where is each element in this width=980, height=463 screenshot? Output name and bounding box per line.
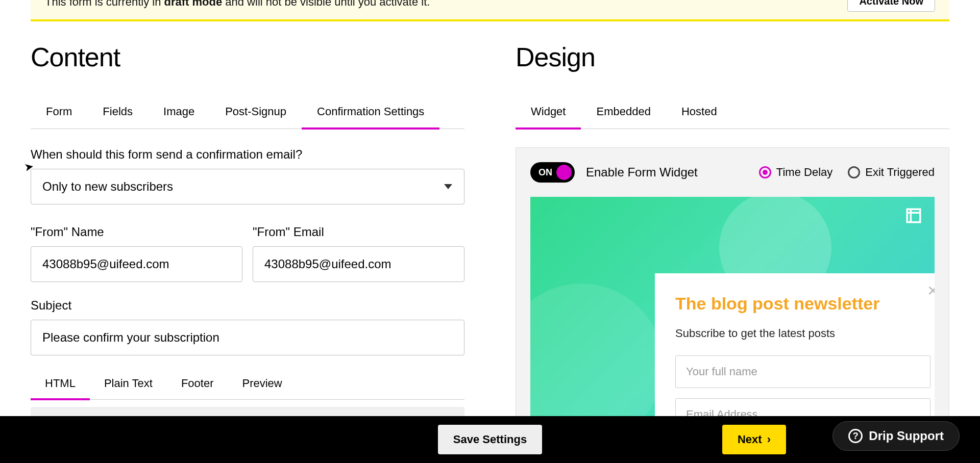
editor-tabs: HTML Plain Text Footer Preview bbox=[31, 370, 464, 400]
editor-area[interactable] bbox=[31, 407, 464, 417]
content-title: Content bbox=[31, 42, 464, 72]
subject-label: Subject bbox=[31, 298, 464, 313]
toggle-knob-icon bbox=[556, 165, 572, 180]
editor-tab-footer[interactable]: Footer bbox=[167, 370, 228, 400]
content-column: Content Form Fields Image Post-Signup Co… bbox=[31, 42, 464, 442]
chevron-down-icon bbox=[444, 184, 452, 189]
design-panel: ON Enable Form Widget Time Delay Exit Tr… bbox=[516, 147, 949, 442]
tab-image[interactable]: Image bbox=[148, 98, 210, 130]
footer-bar: Save Settings Next › ? Drip Support bbox=[0, 416, 980, 463]
from-name-input[interactable] bbox=[31, 246, 242, 282]
from-email-input[interactable] bbox=[253, 246, 464, 282]
design-column: Design Widget Embedded Hosted ON Enable … bbox=[516, 42, 949, 442]
close-icon[interactable]: ✕ bbox=[927, 282, 935, 299]
design-title: Design bbox=[516, 42, 949, 72]
tab-form[interactable]: Form bbox=[31, 98, 87, 130]
enable-widget-label: Enable Form Widget bbox=[586, 165, 698, 179]
support-label: Drip Support bbox=[869, 429, 944, 443]
from-name-label: "From" Name bbox=[31, 225, 242, 239]
banner-text: This form is currently in draft mode and… bbox=[45, 0, 430, 9]
enable-widget-toggle[interactable]: ON bbox=[530, 162, 575, 183]
trigger-radio-group: Time Delay Exit Triggered bbox=[759, 166, 935, 179]
svg-rect-0 bbox=[907, 209, 920, 222]
subject-input[interactable] bbox=[31, 320, 464, 355]
radio-unselected-icon bbox=[848, 166, 860, 178]
widget-preview: ✕ The blog post newsletter Subscribe to … bbox=[530, 197, 935, 442]
popup-name-input[interactable]: Your full name bbox=[675, 355, 930, 388]
radio-time-delay[interactable]: Time Delay bbox=[759, 166, 832, 179]
toggle-on-label: ON bbox=[538, 167, 552, 178]
design-tabs: Widget Embedded Hosted bbox=[516, 98, 949, 129]
radio-exit-triggered[interactable]: Exit Triggered bbox=[848, 166, 935, 179]
editor-tab-plain-text[interactable]: Plain Text bbox=[90, 370, 167, 400]
popup-title: The blog post newsletter bbox=[675, 294, 930, 314]
next-button[interactable]: Next › bbox=[722, 425, 786, 454]
tab-widget[interactable]: Widget bbox=[516, 98, 581, 130]
help-icon: ? bbox=[848, 429, 863, 443]
tab-confirmation-settings[interactable]: Confirmation Settings bbox=[302, 98, 439, 130]
activate-button[interactable]: Activate Now bbox=[847, 0, 935, 12]
content-tabs: Form Fields Image Post-Signup Confirmati… bbox=[31, 98, 464, 129]
confirmation-label: When should this form send a confirmatio… bbox=[31, 147, 464, 162]
drip-support-button[interactable]: ? Drip Support bbox=[832, 421, 960, 451]
draft-banner: This form is currently in draft mode and… bbox=[31, 0, 949, 21]
tab-fields[interactable]: Fields bbox=[87, 98, 148, 130]
confirmation-select[interactable]: Only to new subscribers bbox=[31, 169, 464, 204]
expand-icon[interactable] bbox=[905, 207, 922, 224]
tab-hosted[interactable]: Hosted bbox=[666, 98, 732, 130]
chevron-right-icon: › bbox=[767, 433, 771, 446]
from-email-label: "From" Email bbox=[253, 225, 464, 239]
tab-post-signup[interactable]: Post-Signup bbox=[210, 98, 302, 130]
next-label: Next bbox=[738, 433, 762, 446]
radio-exit-label: Exit Triggered bbox=[865, 166, 935, 179]
editor-tab-html[interactable]: HTML bbox=[31, 370, 90, 400]
confirmation-value: Only to new subscribers bbox=[31, 169, 464, 204]
tab-embedded[interactable]: Embedded bbox=[581, 98, 666, 130]
editor-tab-preview[interactable]: Preview bbox=[228, 370, 296, 400]
radio-selected-icon bbox=[759, 166, 771, 178]
save-settings-button[interactable]: Save Settings bbox=[438, 425, 542, 454]
popup-subtitle: Subscribe to get the latest posts bbox=[675, 327, 930, 340]
radio-time-label: Time Delay bbox=[776, 166, 832, 179]
